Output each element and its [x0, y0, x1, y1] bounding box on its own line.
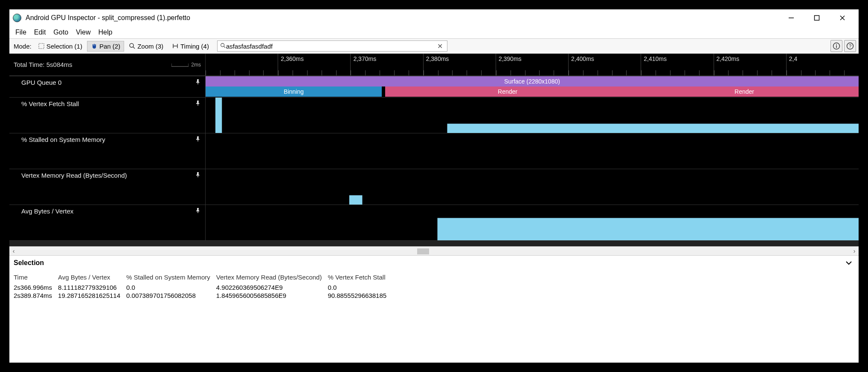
close-button[interactable] — [830, 9, 855, 26]
pin-icon — [195, 172, 201, 178]
svg-point-5 — [130, 43, 134, 47]
track-label[interactable]: GPU Queue 0 — [9, 76, 206, 97]
title-bar: Android GPU Inspector - split_compressed… — [9, 9, 859, 26]
pin-icon — [195, 136, 201, 142]
svg-point-13 — [836, 44, 837, 45]
selection-table: TimeAvg Bytes / Vertex% Stalled on Syste… — [14, 273, 392, 300]
queue-segment-render[interactable]: Render — [385, 87, 630, 97]
ruler-tick: 2,400ms — [568, 54, 641, 75]
time-ruler-ticks[interactable]: 2,360ms2,370ms2,380ms2,390ms2,400ms2,410… — [206, 54, 859, 75]
menu-goto[interactable]: Goto — [50, 28, 72, 37]
selection-col-header[interactable]: % Stalled on System Memory — [126, 273, 216, 283]
menu-file[interactable]: File — [12, 28, 30, 37]
selection-row[interactable]: 2s366.996ms8.1111827793291060.04.9022603… — [14, 283, 392, 291]
selection-col-header[interactable]: Vertex Memory Read (Bytes/Second) — [216, 273, 328, 283]
track-label[interactable]: % Vertex Fetch Stall — [9, 98, 206, 133]
queue-segment-render[interactable]: Render — [630, 87, 859, 97]
pin-button[interactable] — [195, 100, 201, 106]
svg-rect-14 — [836, 46, 837, 48]
pin-button[interactable] — [195, 172, 201, 178]
timing-icon — [172, 43, 179, 49]
track-content[interactable] — [206, 205, 859, 240]
time-scale-label: 2ms — [171, 62, 201, 68]
search-icon — [220, 43, 226, 50]
selection-row[interactable]: 2s389.874ms19.2871652816251140.007389701… — [14, 291, 392, 300]
svg-rect-4 — [39, 43, 44, 49]
app-icon — [13, 14, 21, 22]
search-box[interactable]: ✕ — [217, 40, 447, 52]
selection-col-header[interactable]: % Vertex Fetch Stall — [328, 273, 392, 283]
svg-rect-27 — [197, 140, 198, 141]
track-row: % Vertex Fetch Stall — [9, 97, 859, 133]
mode-label: Mode: — [14, 43, 32, 50]
track-row: GPU Queue 0Surface (2280x1080)BinningRen… — [9, 76, 859, 97]
selection-col-header[interactable]: Time — [14, 273, 58, 283]
close-icon — [839, 15, 845, 21]
ruler-tick: 2,410ms — [641, 54, 713, 75]
track-content[interactable] — [206, 169, 859, 205]
track-content[interactable] — [206, 133, 859, 169]
track-label[interactable]: % Stalled on System Memory — [9, 133, 206, 169]
track-label[interactable]: Vertex Memory Read (Bytes/Second) — [9, 169, 206, 205]
minimize-icon — [788, 15, 794, 21]
selection-cell: 0.007389701756082058 — [126, 291, 216, 300]
stat-graph — [206, 133, 859, 169]
ruler-tick: 2,390ms — [496, 54, 568, 75]
tool-timing-label: Timing (4) — [180, 43, 209, 50]
info-icon — [833, 42, 840, 50]
timeline-footer — [9, 240, 859, 246]
svg-text:?: ? — [849, 43, 851, 49]
selection-cell: 4.90226036950627​4E9 — [216, 283, 328, 291]
collapse-selection-button[interactable] — [845, 259, 853, 268]
tool-pan[interactable]: Pan (2) — [87, 41, 124, 52]
stat-graph — [206, 205, 859, 240]
help-icon: ? — [846, 42, 854, 50]
app-window: Android GPU Inspector - split_compressed… — [0, 0, 868, 372]
svg-line-6 — [133, 47, 135, 49]
ruler-tick: 2,380ms — [423, 54, 496, 75]
minimize-button[interactable] — [778, 9, 804, 26]
scroll-right-arrow[interactable]: › — [850, 247, 859, 255]
svg-line-11 — [224, 46, 226, 48]
selection-col-header[interactable]: Avg Bytes / Vertex — [58, 273, 126, 283]
track-label[interactable]: Avg Bytes / Vertex — [9, 205, 206, 240]
scroll-left-arrow[interactable]: ‹ — [9, 247, 18, 255]
menu-view[interactable]: View — [73, 28, 94, 37]
svg-rect-39 — [197, 211, 198, 213]
info-button[interactable] — [830, 40, 842, 52]
surface-bar[interactable]: Surface (2280x1080) — [206, 76, 859, 87]
zoom-icon — [129, 43, 136, 49]
svg-rect-1 — [815, 16, 819, 20]
pin-icon — [195, 100, 201, 106]
menu-edit[interactable]: Edit — [31, 28, 49, 37]
help-button[interactable]: ? — [844, 40, 856, 52]
pin-button[interactable] — [195, 208, 201, 213]
selection-cell: 8.111182779329106 — [58, 283, 126, 291]
window-title: Android GPU Inspector - split_compressed… — [26, 14, 190, 22]
selection-icon — [38, 43, 45, 49]
clear-search-button[interactable]: ✕ — [435, 42, 444, 50]
menu-bar: File Edit Goto View Help — [9, 26, 859, 38]
pin-button[interactable] — [195, 79, 201, 85]
tool-selection[interactable]: Selection (1) — [34, 41, 86, 52]
track-row: Avg Bytes / Vertex — [9, 205, 859, 240]
selection-cell: 0.0 — [328, 283, 392, 291]
tool-timing[interactable]: Timing (4) — [168, 41, 213, 52]
scroll-thumb[interactable] — [417, 248, 429, 254]
stat-graph — [206, 98, 859, 133]
menu-help[interactable]: Help — [95, 28, 116, 37]
pan-icon — [91, 43, 98, 49]
maximize-button[interactable] — [804, 9, 830, 26]
search-input[interactable] — [226, 43, 435, 50]
track-content[interactable]: Surface (2280x1080)BinningRenderRender — [206, 76, 859, 97]
selection-cell: 90.88555296638185 — [328, 291, 392, 300]
track-content[interactable] — [206, 98, 859, 133]
tool-zoom[interactable]: Zoom (3) — [125, 41, 167, 52]
pin-icon — [195, 79, 201, 85]
horizontal-scrollbar[interactable]: ‹ › — [9, 246, 859, 256]
toolbar: Mode: Selection (1) Pan (2) Zoom (3) Tim… — [9, 38, 859, 54]
pin-button[interactable] — [195, 136, 201, 142]
queue-segment-binning[interactable]: Binning — [206, 87, 382, 97]
svg-point-10 — [221, 43, 224, 46]
maximize-icon — [814, 15, 820, 21]
